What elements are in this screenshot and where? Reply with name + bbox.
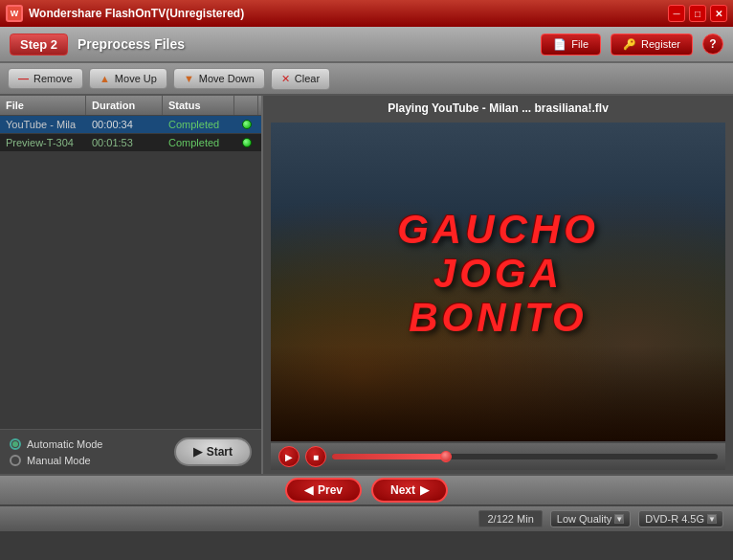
automatic-mode-label: Automatic Mode [27,438,102,450]
seek-thumb[interactable] [440,451,452,462]
move-up-button[interactable]: ▲ Move Up [89,68,167,89]
help-button[interactable]: ? [702,34,723,55]
manual-mode-option[interactable]: Manual Mode [10,455,102,466]
left-panel: File Duration Status YouTube - Mila 00:0… [0,96,263,474]
table-row[interactable]: Preview-T-304 00:01:53 Completed [0,134,261,152]
seek-bar[interactable] [332,454,718,459]
file-name: Preview-T-304 [0,134,86,151]
clear-button[interactable]: ✕ Clear [271,68,330,90]
prev-button[interactable]: ◀ Prev [285,478,362,503]
banner-line3: BONITO [409,296,588,340]
seek-fill [332,454,448,459]
banner-line1: GAUCHO [397,208,599,252]
manual-mode-label: Manual Mode [27,455,91,466]
prev-icon: ◀ [304,483,313,497]
arrow-up-icon: ▲ [100,73,110,84]
table-row[interactable]: YouTube - Mila 00:00:34 Completed [0,116,261,134]
dropdown-arrow-icon: ▼ [614,514,624,524]
quality-dropdown[interactable]: Low Quality ▼ [550,510,631,527]
prev-label: Prev [318,483,343,497]
file-button[interactable]: 📄 File [541,34,601,56]
col-duration: Duration [86,96,163,115]
crowd-silhouette [271,346,725,441]
page-title: Preprocess Files [78,36,531,52]
start-icon: ▶ [193,445,202,459]
table-header: File Duration Status [0,96,261,116]
arrow-down-icon: ▼ [184,73,194,84]
status-indicator [234,135,258,150]
stop-icon: ■ [313,452,319,462]
video-title: Playing YouTube - Milan ... brasiliana!.… [263,96,733,121]
auto-radio[interactable] [10,438,21,450]
status-bar: 2/122 Min Low Quality ▼ DVD-R 4.5G ▼ [0,504,733,531]
file-name: YouTube - Mila [0,116,86,133]
register-icon: 🔑 [623,38,636,51]
format-label: DVD-R 4.5G [645,513,704,525]
start-button[interactable]: ▶ Start [174,437,252,466]
col-indicator [234,96,258,115]
position-status: 2/122 Min [478,510,542,527]
status-dot [242,138,252,147]
app-logo: W [6,5,23,22]
play-button[interactable]: ▶ [278,446,300,467]
move-down-button[interactable]: ▼ Move Down [173,68,265,89]
manual-radio[interactable] [10,455,21,466]
header: Step 2 Preprocess Files 📄 File 🔑 Registe… [0,27,733,63]
video-content: GAUCHO JOGA BONITO [271,123,725,441]
col-status: Status [163,96,234,115]
file-duration: 00:01:53 [86,134,163,151]
next-label: Next [390,483,415,497]
window-controls: ─ □ ✕ [668,5,727,22]
play-icon: ▶ [285,452,293,462]
title-bar: W Wondershare FlashOnTV(Unregistered) ─ … [0,0,733,27]
col-file: File [0,96,86,115]
minimize-button[interactable]: ─ [668,5,685,22]
bottom-bar: ◀ Prev Next ▶ [0,474,733,504]
remove-icon: — [18,73,29,84]
right-panel: Playing YouTube - Milan ... brasiliana!.… [263,96,733,474]
main-content: File Duration Status YouTube - Mila 00:0… [0,96,733,474]
toolbar: — Remove ▲ Move Up ▼ Move Down ✕ Clear [0,63,733,96]
step-badge: Step 2 [10,34,68,56]
file-duration: 00:00:34 [86,116,163,133]
remove-button[interactable]: — Remove [8,68,83,89]
quality-label: Low Quality [557,513,611,525]
video-controls: ▶ ■ [271,443,725,470]
file-table: File Duration Status YouTube - Mila 00:0… [0,96,261,429]
format-dropdown[interactable]: DVD-R 4.5G ▼ [638,510,723,527]
clear-icon: ✕ [281,73,290,85]
app-title: Wondershare FlashOnTV(Unregistered) [29,7,668,20]
status-indicator [234,117,258,132]
stop-button[interactable]: ■ [305,446,326,467]
mode-controls: Automatic Mode Manual Mode ▶ Start [0,429,261,474]
next-icon: ▶ [420,483,429,497]
video-area: GAUCHO JOGA BONITO [271,123,725,441]
automatic-mode-option[interactable]: Automatic Mode [10,438,102,450]
next-button[interactable]: Next ▶ [371,478,448,503]
file-icon: 📄 [553,38,566,51]
banner-line2: JOGA [433,252,563,296]
close-button[interactable]: ✕ [710,5,727,22]
register-button[interactable]: 🔑 Register [611,34,693,56]
maximize-button[interactable]: □ [689,5,706,22]
dropdown-arrow-icon: ▼ [707,514,717,524]
status-dot [242,120,252,129]
file-status: Completed [163,134,234,151]
file-status: Completed [163,116,234,133]
